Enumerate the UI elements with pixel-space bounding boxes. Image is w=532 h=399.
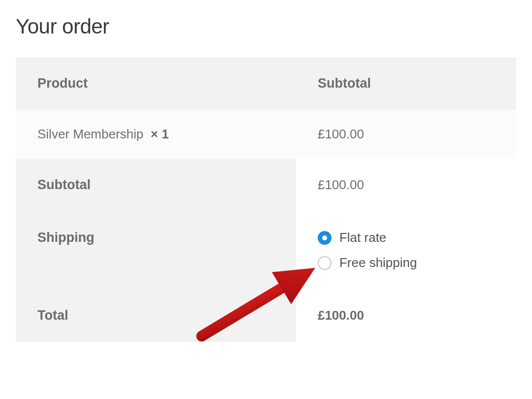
item-subtotal: £100.00 [296,110,516,159]
order-review-table: Product Subtotal Silver Membership × 1 £… [16,57,516,342]
item-name: Silver Membership [37,127,143,141]
total-label: Total [16,289,296,342]
radio-checked-icon[interactable] [318,231,332,245]
subtotal-label: Subtotal [16,159,296,211]
radio-unchecked-icon[interactable] [318,256,332,270]
header-subtotal: Subtotal [296,57,516,110]
item-quantity: × 1 [151,127,169,141]
shipping-option-label[interactable]: Flat rate [339,230,386,245]
total-value: £100.00 [296,289,516,342]
shipping-option-flat-rate[interactable]: Flat rate [318,230,495,245]
subtotal-value: £100.00 [296,159,516,211]
table-row: Silver Membership × 1 £100.00 [16,110,516,159]
shipping-row: Shipping Flat rate Free shipping [16,211,516,289]
item-name-cell: Silver Membership × 1 [16,110,296,159]
shipping-option-label[interactable]: Free shipping [339,255,417,270]
total-row: Total £100.00 [16,289,516,342]
shipping-option-free-shipping[interactable]: Free shipping [318,255,495,270]
page-title: Your order [16,15,516,38]
shipping-label: Shipping [16,211,296,289]
shipping-options-cell: Flat rate Free shipping [296,211,516,289]
subtotal-row: Subtotal £100.00 [16,159,516,211]
shipping-options: Flat rate Free shipping [318,230,495,270]
header-product: Product [16,57,296,110]
